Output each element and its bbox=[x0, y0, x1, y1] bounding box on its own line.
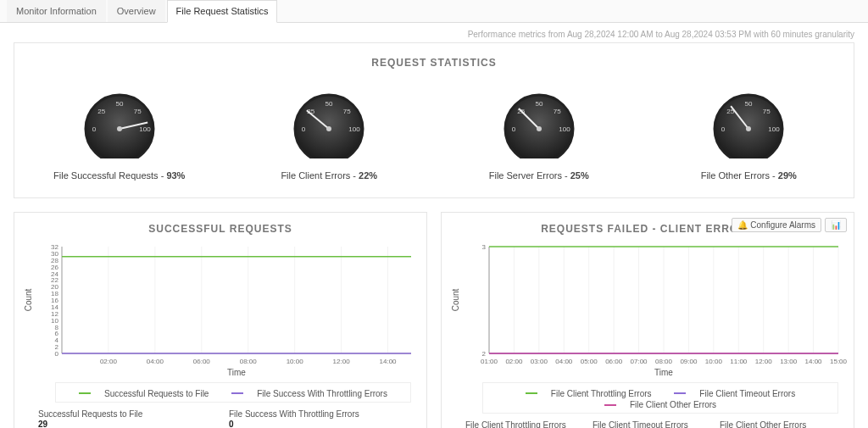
svg-point-23 bbox=[537, 126, 542, 131]
svg-text:0: 0 bbox=[302, 125, 306, 133]
legend-swatch-purple bbox=[674, 392, 686, 394]
svg-text:10: 10 bbox=[51, 317, 58, 325]
svg-text:28: 28 bbox=[51, 257, 58, 264]
svg-text:2: 2 bbox=[55, 343, 59, 351]
svg-text:Time: Time bbox=[227, 368, 246, 377]
svg-text:25: 25 bbox=[97, 108, 105, 115]
svg-text:75: 75 bbox=[554, 108, 561, 115]
svg-text:04:00: 04:00 bbox=[555, 358, 573, 365]
summary-item: File Client Timeout Errors 2 bbox=[593, 420, 720, 428]
tab-bar: Monitor Information Overview File Reques… bbox=[0, 0, 868, 23]
svg-text:0: 0 bbox=[92, 125, 97, 133]
legend-swatch-magenta bbox=[604, 404, 616, 406]
svg-text:100: 100 bbox=[559, 125, 570, 133]
request-statistics-panel: REQUEST STATISTICS 0255075100File Succes… bbox=[14, 42, 854, 198]
panel-title: REQUEST STATISTICS bbox=[14, 43, 854, 75]
svg-text:50: 50 bbox=[745, 100, 753, 108]
gauge: 0255075100File Server Errors - 25% bbox=[446, 82, 632, 181]
svg-text:12:00: 12:00 bbox=[755, 358, 773, 365]
svg-text:Time: Time bbox=[654, 368, 673, 377]
svg-text:75: 75 bbox=[134, 108, 142, 115]
svg-text:03:00: 03:00 bbox=[531, 358, 548, 365]
line-chart: 2301:0002:0003:0004:0005:0006:0007:0008:… bbox=[448, 242, 847, 377]
line-chart: 0246810121416182022242628303202:0004:000… bbox=[21, 242, 420, 377]
gauge: 0255075100File Client Errors - 22% bbox=[236, 82, 422, 181]
svg-text:2: 2 bbox=[482, 350, 487, 358]
gauge-label: File Other Errors - 29% bbox=[655, 170, 842, 181]
svg-text:100: 100 bbox=[769, 125, 781, 133]
svg-text:75: 75 bbox=[343, 108, 351, 115]
svg-text:50: 50 bbox=[326, 100, 333, 108]
legend-label: Successful Requests to File bbox=[104, 389, 209, 398]
summary-label: File Success With Throttling Errors bbox=[229, 409, 420, 419]
chart-options-button[interactable]: 📊 bbox=[825, 218, 847, 232]
metrics-timerange-note: Performance metrics from Aug 28,2024 12:… bbox=[0, 23, 868, 42]
gauge: 0255075100File Other Errors - 29% bbox=[655, 82, 842, 181]
svg-text:12: 12 bbox=[51, 310, 58, 318]
gauge-label: File Server Errors - 25% bbox=[446, 170, 632, 181]
legend-swatch-green bbox=[526, 392, 537, 394]
chart-icon: 📊 bbox=[831, 220, 841, 230]
svg-text:3: 3 bbox=[482, 243, 487, 251]
svg-point-15 bbox=[326, 126, 331, 131]
svg-text:Count: Count bbox=[451, 288, 460, 311]
svg-text:22: 22 bbox=[51, 276, 58, 284]
svg-text:0: 0 bbox=[721, 125, 726, 133]
svg-text:02:00: 02:00 bbox=[505, 358, 523, 365]
button-label: Configure Alarms bbox=[750, 220, 815, 230]
summary-item: File Client Throttling Errors 3 bbox=[465, 420, 593, 428]
svg-text:0: 0 bbox=[512, 125, 516, 133]
svg-text:09:00: 09:00 bbox=[680, 358, 698, 365]
gauge-label: File Client Errors - 22% bbox=[236, 170, 422, 181]
svg-text:02:00: 02:00 bbox=[100, 358, 118, 365]
summary-item: File Success With Throttling Errors 0 bbox=[229, 409, 420, 429]
summary-value: 0 bbox=[229, 420, 234, 429]
svg-text:20: 20 bbox=[51, 283, 58, 291]
summary-value: 29 bbox=[38, 420, 47, 429]
svg-text:4: 4 bbox=[55, 336, 59, 344]
svg-text:6: 6 bbox=[55, 330, 59, 337]
tab-overview[interactable]: Overview bbox=[108, 0, 165, 22]
legend-label: File Client Throttling Errors bbox=[551, 389, 652, 398]
gauge: 0255075100File Successful Requests - 93% bbox=[26, 82, 213, 181]
svg-text:11:00: 11:00 bbox=[730, 358, 748, 365]
svg-text:15:00: 15:00 bbox=[830, 358, 847, 365]
svg-text:10:00: 10:00 bbox=[705, 358, 723, 365]
svg-point-31 bbox=[746, 126, 751, 131]
summary-label: File Client Other Errors bbox=[720, 420, 847, 428]
summary-item: Successful Requests to File 29 bbox=[38, 409, 229, 429]
configure-alarms-button[interactable]: 🔔 Configure Alarms bbox=[732, 218, 821, 232]
legend-label: File Client Other Errors bbox=[630, 400, 716, 409]
svg-text:14:00: 14:00 bbox=[380, 358, 398, 365]
svg-text:0: 0 bbox=[55, 350, 59, 358]
svg-text:10:00: 10:00 bbox=[287, 358, 304, 365]
svg-text:8: 8 bbox=[55, 324, 59, 331]
svg-text:12:00: 12:00 bbox=[333, 358, 351, 365]
bell-icon: 🔔 bbox=[737, 220, 748, 230]
svg-text:14: 14 bbox=[51, 303, 58, 311]
svg-text:26: 26 bbox=[51, 264, 58, 271]
svg-point-7 bbox=[117, 126, 122, 131]
chart-successful-requests: SUCCESSFUL REQUESTS 02468101214161820222… bbox=[14, 212, 427, 428]
tab-file-request-statistics[interactable]: File Request Statistics bbox=[167, 0, 278, 23]
svg-text:07:00: 07:00 bbox=[631, 358, 648, 365]
summary-label: File Client Timeout Errors bbox=[593, 420, 720, 428]
legend-swatch-purple bbox=[231, 392, 243, 394]
summary-item: File Client Other Errors 2 bbox=[720, 420, 847, 428]
svg-text:75: 75 bbox=[763, 108, 771, 115]
tab-monitor-information[interactable]: Monitor Information bbox=[7, 0, 106, 22]
svg-text:05:00: 05:00 bbox=[581, 358, 598, 365]
svg-text:06:00: 06:00 bbox=[605, 358, 623, 365]
legend-label: File Success With Throttling Errors bbox=[257, 389, 387, 398]
svg-text:18: 18 bbox=[51, 290, 58, 297]
svg-text:01:00: 01:00 bbox=[481, 358, 498, 365]
svg-text:06:00: 06:00 bbox=[193, 358, 211, 365]
svg-text:Count: Count bbox=[24, 288, 33, 311]
summary-label: File Client Throttling Errors bbox=[465, 420, 593, 428]
svg-text:100: 100 bbox=[349, 125, 361, 133]
svg-text:13:00: 13:00 bbox=[780, 358, 798, 365]
chart-legend: File Client Throttling Errors File Clien… bbox=[482, 382, 838, 414]
svg-text:50: 50 bbox=[535, 100, 542, 108]
chart-title: SUCCESSFUL REQUESTS bbox=[21, 220, 420, 242]
summary-label: Successful Requests to File bbox=[38, 409, 229, 419]
